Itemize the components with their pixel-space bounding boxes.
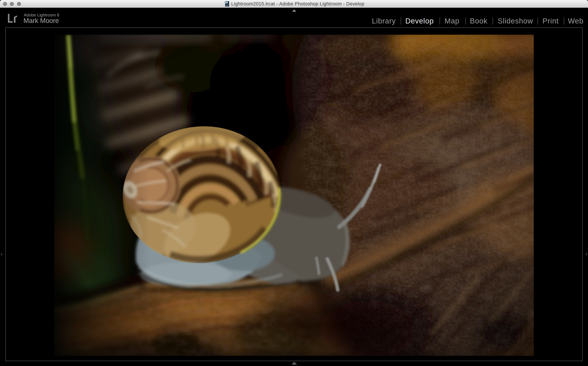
svg-text:Lr: Lr — [226, 4, 228, 6]
svg-text:CAT: CAT — [224, 2, 227, 3]
